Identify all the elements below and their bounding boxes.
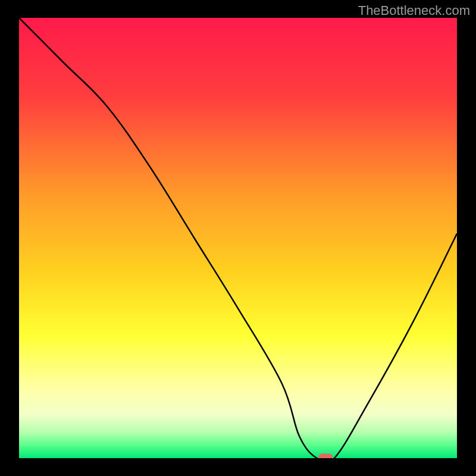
chart-canvas [0,0,476,476]
watermark-text: TheBottleneck.com [358,3,470,18]
bottleneck-chart: TheBottleneck.com [0,0,476,476]
plot-background [19,18,457,458]
